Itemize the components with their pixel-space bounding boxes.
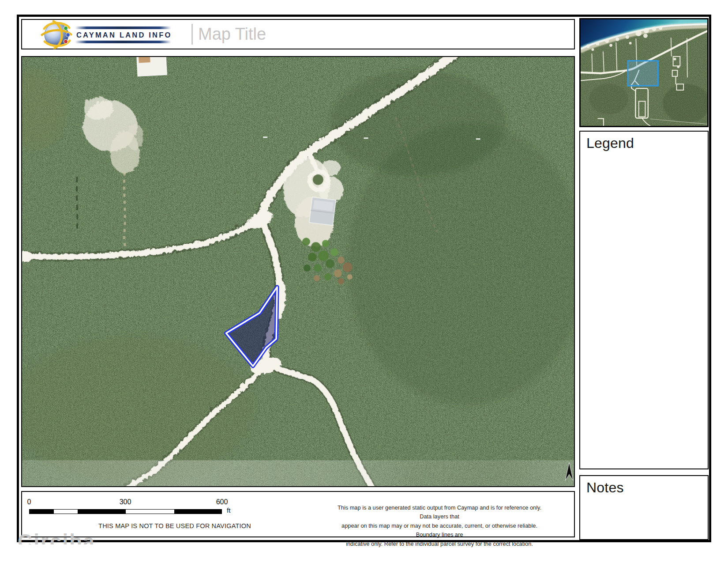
- map-title: Map Title: [198, 25, 266, 44]
- notes-title: Notes: [586, 480, 624, 496]
- aerial-map: [21, 56, 575, 487]
- disclaimer-line: appear on this map may or may not be acc…: [335, 521, 544, 540]
- scale-bar-segment: [54, 510, 78, 514]
- disclaimer-line: indicative only. Refer to the individual…: [335, 540, 544, 548]
- header-bar: CAYMAN LAND INFO Map Title: [21, 19, 575, 49]
- navigation-warning: THIS MAP IS NOT TO BE USED FOR NAVIGATIO…: [29, 522, 320, 529]
- scale-bar: [29, 509, 222, 514]
- legend-title: Legend: [586, 135, 634, 151]
- cayman-land-info-logo-icon: CAYMAN LAND INFO: [40, 20, 190, 49]
- title-separator: [191, 24, 193, 45]
- scale-tick-600: 600: [216, 498, 228, 506]
- brand-text: CAYMAN LAND INFO: [76, 31, 172, 39]
- driveway-island: [313, 174, 323, 185]
- scale-bar-segment: [30, 510, 54, 514]
- building-gray-roof: [309, 197, 336, 226]
- building-top-left: [137, 57, 167, 76]
- scale-tick-300: 300: [120, 498, 131, 506]
- scale-tick-0: 0: [27, 498, 31, 506]
- scale-unit: ft: [227, 506, 230, 514]
- overview-locator-map: [579, 18, 709, 127]
- notes-panel: Notes: [579, 475, 709, 540]
- disclaimer-text: This map is a user generated static outp…: [335, 503, 544, 548]
- disclaimer-line: This map is a user generated static outp…: [335, 503, 544, 521]
- legend-panel: Legend: [579, 131, 709, 469]
- haze-band: [22, 460, 574, 486]
- extent-rectangle: [628, 61, 658, 86]
- map-sheet: CAYMAN LAND INFO Map Title: [0, 0, 728, 563]
- scale-bar-segment: [126, 510, 174, 514]
- scale-bar-segment: [78, 510, 126, 514]
- scale-bar-segment: [174, 510, 221, 514]
